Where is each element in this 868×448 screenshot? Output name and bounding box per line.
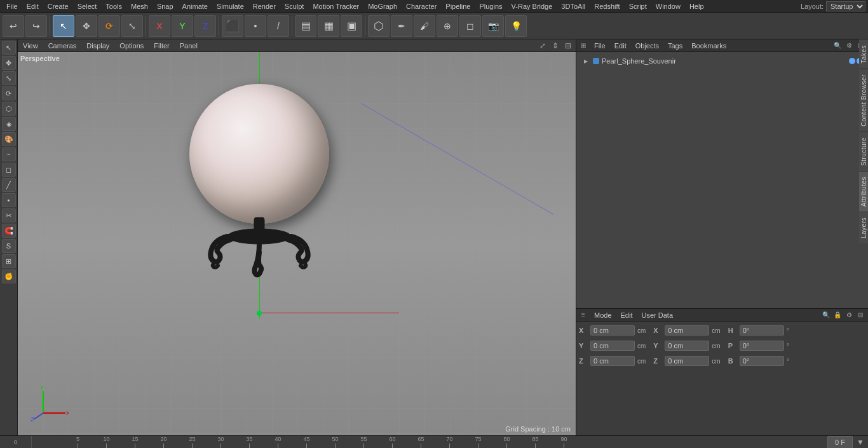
menu-select[interactable]: Select [74, 1, 101, 11]
menu-sculpt[interactable]: Sculpt [281, 1, 308, 11]
menu-simulate[interactable]: Simulate [213, 1, 248, 11]
attr-x-pos-input[interactable] [590, 325, 635, 336]
attr-y-size-input[interactable] [665, 341, 709, 351]
obj-settings-icon[interactable]: ⚙ [844, 41, 854, 51]
attr-search-icon[interactable]: 🔍 [821, 310, 831, 320]
menu-vray[interactable]: V-Ray Bridge [508, 1, 557, 11]
attr-z-size-input[interactable] [665, 356, 709, 366]
attr-y-pos-input[interactable] [590, 341, 635, 351]
render-view-button[interactable]: ▦ [318, 15, 339, 37]
sb-select[interactable]: ↖ [2, 41, 16, 55]
menu-pipeline[interactable]: Pipeline [442, 1, 474, 11]
light-button[interactable]: 💡 [505, 15, 527, 37]
menu-3dtoall[interactable]: 3DToAll [557, 1, 589, 11]
object-item-pearl[interactable]: ▶ Pearl_Sphere_Souvenir [579, 55, 865, 67]
obj-menu-edit[interactable]: Edit [612, 42, 629, 50]
sb-spline[interactable]: ~ [2, 147, 16, 161]
render-button[interactable]: ▣ [341, 15, 362, 37]
pen-button[interactable]: ✒ [391, 15, 412, 37]
vp-menu-view[interactable]: View [20, 42, 41, 50]
cube-3d-button[interactable]: ⬡ [368, 15, 390, 37]
vis-dot-1[interactable] [849, 58, 855, 64]
attr-menu-mode[interactable]: Mode [592, 311, 614, 319]
sb-point[interactable]: • [2, 193, 16, 207]
vp-menu-panel[interactable]: Panel [177, 42, 200, 50]
attr-settings-icon[interactable]: ⚙ [844, 310, 854, 320]
rotate-button[interactable]: ⟳ [98, 15, 120, 37]
sb-grab[interactable]: ✊ [2, 269, 16, 283]
vp-menu-filter[interactable]: Filter [151, 42, 172, 50]
render-region-button[interactable]: ▤ [295, 15, 316, 37]
menu-create[interactable]: Create [44, 1, 72, 11]
sb-edge[interactable]: ╱ [2, 178, 16, 192]
attr-h-rot-input[interactable] [740, 325, 784, 336]
cube-button[interactable]: ⬛ [222, 15, 243, 37]
menu-character[interactable]: Character [402, 1, 440, 11]
menu-mograph[interactable]: MoGraph [364, 1, 401, 11]
z-axis-button[interactable]: Z [194, 15, 216, 37]
camera-button[interactable]: 📷 [482, 15, 504, 37]
attr-x-size-input[interactable] [665, 325, 709, 336]
menu-edit[interactable]: Edit [23, 1, 43, 11]
sb-knife[interactable]: ✂ [2, 208, 16, 222]
viewport-canvas[interactable]: Perspective [18, 52, 576, 435]
menu-render[interactable]: Render [249, 1, 280, 11]
tab-attributes[interactable]: Attributes [859, 171, 868, 212]
frame-counter-arrow[interactable]: ▼ [855, 437, 865, 447]
frame-counter-input[interactable] [827, 436, 853, 449]
sb-polygon[interactable]: ◻ [2, 163, 16, 177]
sb-s[interactable]: S [2, 239, 16, 253]
select-mode-button[interactable]: ↖ [53, 15, 74, 37]
boole-button[interactable]: ⊕ [437, 15, 458, 37]
plane-button[interactable]: ◻ [459, 15, 481, 37]
attr-b-rot-input[interactable] [740, 356, 784, 366]
point-mode-button[interactable]: • [245, 15, 266, 37]
sb-mirror[interactable]: ⊞ [2, 254, 16, 268]
menu-script[interactable]: Script [625, 1, 651, 11]
obj-menu-bookmarks[interactable]: Bookmarks [689, 42, 729, 50]
layout-select[interactable]: Startup [826, 1, 865, 11]
obj-menu-objects[interactable]: Objects [633, 42, 661, 50]
sb-scale[interactable]: ⤡ [2, 71, 16, 85]
vp-menu-options[interactable]: Options [117, 42, 146, 50]
sb-texture[interactable]: ◈ [2, 117, 16, 131]
tab-takes[interactable]: Takes [859, 39, 868, 69]
attr-p-rot-input[interactable] [740, 341, 784, 351]
sb-move[interactable]: ✥ [2, 56, 16, 70]
obj-search-icon[interactable]: 🔍 [832, 41, 843, 51]
sb-rotate[interactable]: ⟳ [2, 86, 16, 100]
obj-menu-file[interactable]: File [592, 42, 608, 50]
move-button[interactable]: ✥ [76, 15, 97, 37]
vp-icon-grid[interactable]: ⊟ [563, 41, 573, 51]
menu-snap[interactable]: Snap [153, 1, 177, 11]
redo-button[interactable]: ↪ [25, 15, 47, 37]
menu-mesh[interactable]: Mesh [127, 1, 152, 11]
menu-plugins[interactable]: Plugins [475, 1, 506, 11]
attr-lock-icon[interactable]: 🔒 [832, 310, 843, 320]
attr-menu-userdata[interactable]: User Data [639, 311, 676, 319]
vp-menu-cameras[interactable]: Cameras [46, 42, 79, 50]
vp-icon-expand[interactable]: ⤢ [538, 41, 548, 51]
menu-window[interactable]: Window [652, 1, 684, 11]
menu-tools[interactable]: Tools [102, 1, 126, 11]
menu-redshift[interactable]: Redshift [590, 1, 623, 11]
attr-menu-edit[interactable]: Edit [618, 311, 635, 319]
menu-file[interactable]: File [3, 1, 22, 11]
scale-button[interactable]: ⤡ [121, 15, 143, 37]
menu-motion-tracker[interactable]: Motion Tracker [309, 1, 363, 11]
sb-magnet[interactable]: 🧲 [2, 224, 16, 238]
sb-paint[interactable]: 🎨 [2, 132, 16, 146]
tab-layers[interactable]: Layers [859, 212, 868, 243]
menu-help[interactable]: Help [686, 1, 708, 11]
vp-icon-arrows[interactable]: ⇕ [550, 41, 560, 51]
undo-button[interactable]: ↩ [3, 15, 24, 37]
brush-button[interactable]: 🖌 [414, 15, 435, 37]
obj-menu-tags[interactable]: Tags [665, 42, 685, 50]
menu-animate[interactable]: Animate [179, 1, 212, 11]
tab-content-browser[interactable]: Content Browser [859, 69, 868, 132]
sb-object[interactable]: ⬡ [2, 102, 16, 116]
attr-z-pos-input[interactable] [590, 356, 635, 366]
x-axis-button[interactable]: X [149, 15, 170, 37]
y-axis-button[interactable]: Y [172, 15, 193, 37]
edge-mode-button[interactable]: / [268, 15, 289, 37]
